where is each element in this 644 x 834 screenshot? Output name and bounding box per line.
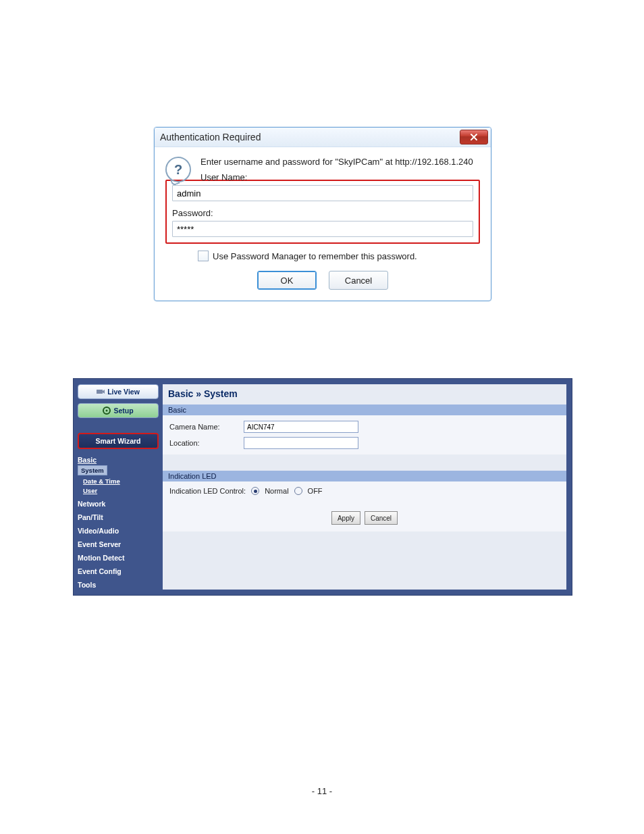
setup-button[interactable]: Setup [78,403,159,418]
smart-wizard-button[interactable]: Smart Wizard [78,433,159,449]
ok-button-label: OK [281,276,294,286]
svg-point-3 [106,410,108,412]
nav-item-video-audio[interactable]: Video/Audio [78,527,159,535]
svg-rect-0 [97,390,103,394]
led-radio-normal[interactable] [251,487,259,495]
apply-button[interactable]: Apply [331,511,360,525]
username-label: User Name: [200,172,480,182]
dialog-close-button[interactable] [460,130,488,145]
auth-dialog-title: Authentication Required [160,132,261,142]
cancel-button[interactable]: Cancel [329,271,388,290]
remember-password-checkbox[interactable] [198,251,209,261]
section-header-basic: Basic [163,405,566,415]
led-option-normal-label: Normal [265,487,288,495]
cancel-button-label: Cancel [345,276,372,286]
auth-dialog: Authentication Required ? Enter username… [154,127,491,301]
nav-item-event-server[interactable]: Event Server [78,540,159,548]
location-input[interactable] [244,437,358,449]
setup-label: Setup [113,407,133,415]
nav-sub-system[interactable]: System [78,465,107,475]
cancel-button-cam[interactable]: Cancel [365,511,398,525]
nav-item-event-config[interactable]: Event Config [78,567,159,575]
nav-item-motion-detect[interactable]: Motion Detect [78,554,159,562]
password-label: Password: [172,208,473,218]
location-label: Location: [169,439,244,447]
main-panel: Basic » System Basic Camera Name: Locati… [163,384,566,590]
led-control-label: Indication LED Control: [169,487,246,495]
nav-item-network[interactable]: Network [78,500,159,508]
camera-name-label: Camera Name: [169,423,244,431]
camera-icon [97,388,105,396]
remember-password-label: Use Password Manager to remember this pa… [213,251,417,261]
nav-heading-basic[interactable]: Basic [78,456,159,464]
svg-marker-1 [103,390,105,394]
ok-button[interactable]: OK [257,271,317,290]
nav-sub-user[interactable]: User [78,487,159,494]
camera-name-input[interactable] [244,421,358,433]
auth-prompt-text: Enter username and password for "SkyIPCa… [200,157,480,167]
close-icon [470,133,478,141]
smart-wizard-label: Smart Wizard [95,437,140,445]
apply-button-label: Apply [338,515,354,522]
auth-dialog-titlebar: Authentication Required [155,128,491,147]
credentials-highlight-box: Password: [165,180,480,244]
section-header-led: Indication LED [163,471,566,481]
live-view-label: Live View [107,388,140,396]
page-number: - 11 - [0,786,644,796]
question-icon: ? [165,157,191,182]
gear-icon [103,407,111,415]
password-input[interactable] [172,221,473,237]
live-view-button[interactable]: Live View [78,384,159,399]
username-input[interactable] [172,185,473,201]
breadcrumb: Basic » System [163,384,566,403]
nav-item-tools[interactable]: Tools [78,581,159,589]
sidebar: Live View Setup Smart Wizard Basic Syste… [74,379,163,595]
led-radio-off[interactable] [294,487,302,495]
nav-sub-date-time[interactable]: Date & Time [78,477,159,485]
nav-item-information[interactable]: Information [78,594,159,602]
led-option-off-label: OFF [308,487,323,495]
cancel-button-cam-label: Cancel [371,515,392,522]
camera-admin-ui: Live View Setup Smart Wizard Basic Syste… [73,378,572,596]
nav-item-pan-tilt[interactable]: Pan/Tilt [78,513,159,521]
